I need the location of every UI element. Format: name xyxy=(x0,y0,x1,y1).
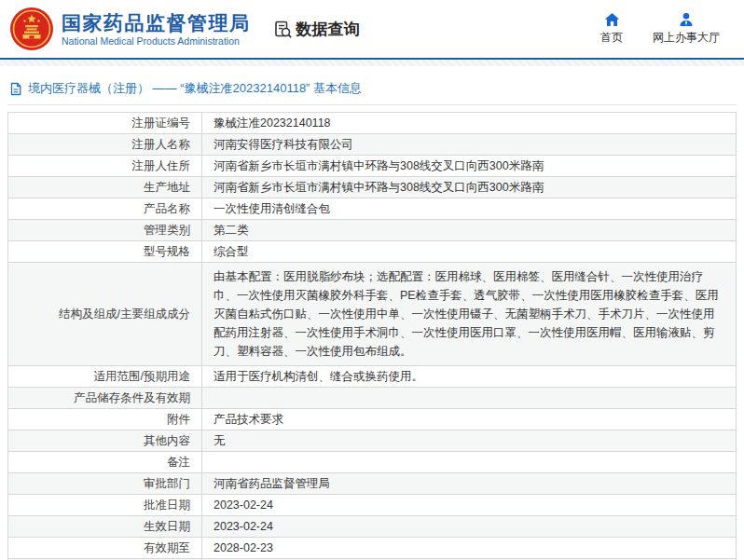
row-label: 注册人名称 xyxy=(132,137,191,152)
row-label: 审批部门 xyxy=(144,476,190,491)
row-value-cell: 无 xyxy=(202,430,736,451)
row-label-cell: 管理类别 xyxy=(8,220,202,240)
table-row: 适用范围/预期用途 适用于医疗机构清创、缝合或换药使用。 xyxy=(8,366,736,388)
row-value-cell: 由基本配置：医用脱脂纱布块；选配配置：医用棉球、医用棉签、医用缝合针、一次性使用… xyxy=(202,263,736,365)
table-row: 注册人名称 河南安得医疗科技有限公司 xyxy=(8,134,736,156)
row-value: 由基本配置：医用脱脂纱布块；选配配置：医用棉球、医用棉签、医用缝合针、一次性使用… xyxy=(214,267,724,361)
row-label-cell: 生效日期 xyxy=(8,516,202,537)
registration-info-table: 注册证编号 豫械注准20232140118 注册人名称 河南安得医疗科技有限公司 xyxy=(7,112,737,560)
row-value-cell: 第二类 xyxy=(202,220,736,240)
row-label-cell: 结构及组成/主要组成成分 xyxy=(8,263,202,365)
table-row: 批准日期 2023-02-24 xyxy=(8,495,736,516)
row-label-cell: 审批部门 xyxy=(8,473,202,494)
nav-home-label: 首页 xyxy=(600,30,623,46)
row-value-cell xyxy=(202,388,736,408)
row-value-cell: 2028-02-23 xyxy=(202,538,736,558)
nav-hall-label: 网上办事大厅 xyxy=(653,30,720,46)
row-value-cell: 豫械注准20232140118 xyxy=(202,113,736,133)
row-label-cell: 注册人住所 xyxy=(8,156,202,176)
table-row: 产品储存条件及有效期 xyxy=(8,388,736,409)
document-icon xyxy=(9,82,22,96)
user-icon xyxy=(679,12,694,27)
row-label-cell: 有效期至 xyxy=(8,538,202,558)
national-emblem-logo xyxy=(9,7,54,51)
table-row: 型号规格 综合型 xyxy=(8,241,736,263)
row-value: 无 xyxy=(214,433,226,448)
nav-online-service-hall[interactable]: 网上办事大厅 xyxy=(653,12,720,46)
table-row: 注册证编号 豫械注准20232140118 xyxy=(8,113,736,134)
data-query-tab[interactable]: 数据查询 xyxy=(273,19,360,40)
table-row: 结构及组成/主要组成成分 由基本配置：医用脱脂纱布块；选配配置：医用棉球、医用棉… xyxy=(8,263,736,366)
table-row: 附件 产品技术要求 xyxy=(8,409,736,430)
site-header: 国家药品监督管理局 National Medical Products Admi… xyxy=(0,0,744,58)
table-row: 其他内容 无 xyxy=(8,430,736,452)
row-value: 河南省新乡市长垣市满村镇中环路与308线交叉口向西300米路南 xyxy=(214,158,544,173)
row-value-cell: 河南省新乡市长垣市满村镇中环路与308线交叉口向西300米路南 xyxy=(202,156,736,176)
row-label-cell: 其他内容 xyxy=(8,430,202,451)
org-names: 国家药品监督管理局 National Medical Products Admi… xyxy=(62,12,251,47)
row-label: 注册人住所 xyxy=(132,158,191,173)
row-value-cell: 2023-02-24 xyxy=(202,516,736,537)
row-label-cell: 产品储存条件及有效期 xyxy=(8,388,202,408)
breadcrumb: 境内医疗器械（注册） —— “豫械注准20232140118” 基本信息 xyxy=(7,75,737,105)
table-row: 生产地址 河南省新乡市长垣市满村镇中环路与308线交叉口向西300米路南 xyxy=(8,177,736,198)
row-value-cell: 适用于医疗机构清创、缝合或换药使用。 xyxy=(202,366,736,387)
row-label: 管理类别 xyxy=(144,223,190,238)
row-value: 河南省新乡市长垣市满村镇中环路与308线交叉口向西300米路南 xyxy=(214,180,544,195)
row-label: 其他内容 xyxy=(144,433,190,448)
row-label: 备注 xyxy=(167,455,190,470)
row-value-cell: 河南安得医疗科技有限公司 xyxy=(202,134,736,155)
row-label-cell: 备注 xyxy=(8,452,202,472)
table-row: 产品名称 一次性使用清创缝合包 xyxy=(8,198,736,220)
row-value-cell xyxy=(202,452,736,472)
row-label: 附件 xyxy=(167,412,190,427)
row-value-cell: 河南省新乡市长垣市满村镇中环路与308线交叉口向西300米路南 xyxy=(202,177,736,198)
row-label-cell: 适用范围/预期用途 xyxy=(8,366,202,387)
row-value: 豫械注准20232140118 xyxy=(214,116,331,130)
table-row: 审批部门 河南省药品监督管理局 xyxy=(8,473,736,495)
row-label-cell: 附件 xyxy=(8,409,202,430)
row-value: 一次性使用清创缝合包 xyxy=(214,201,330,216)
row-label-cell: 生产地址 xyxy=(8,177,202,198)
breadcrumb-text: 境内医疗器械（注册） —— “豫械注准20232140118” 基本信息 xyxy=(28,80,362,97)
row-label: 产品名称 xyxy=(144,201,190,216)
row-label-cell: 批准日期 xyxy=(8,495,202,515)
row-value: 河南省药品监督管理局 xyxy=(214,476,330,491)
row-value: 2023-02-24 xyxy=(214,498,273,512)
table-row: 管理类别 第二类 xyxy=(8,220,736,241)
home-icon xyxy=(604,12,620,27)
table-row: 有效期至 2028-02-23 xyxy=(8,538,736,559)
row-value-cell: 一次性使用清创缝合包 xyxy=(202,198,736,219)
row-label-cell: 产品名称 xyxy=(8,198,202,219)
row-value-cell: 产品技术要求 xyxy=(202,409,736,430)
header-shadow-band xyxy=(0,60,744,66)
org-name-en: National Medical Products Administration xyxy=(62,35,251,47)
row-value: 河南安得医疗科技有限公司 xyxy=(214,137,353,152)
row-label-cell: 注册人名称 xyxy=(8,134,202,155)
row-label: 结构及组成/主要组成成分 xyxy=(59,307,190,321)
row-value-cell: 河南省药品监督管理局 xyxy=(202,473,736,494)
row-value: 产品技术要求 xyxy=(214,412,283,427)
row-value: 适用于医疗机构清创、缝合或换药使用。 xyxy=(214,369,423,384)
row-value: 综合型 xyxy=(214,244,249,259)
table-row: 生效日期 2023-02-24 xyxy=(8,516,736,538)
row-label-cell: 型号规格 xyxy=(8,241,202,262)
row-value: 2028-02-23 xyxy=(214,540,273,555)
row-label-cell: 注册证编号 xyxy=(8,113,202,133)
header-nav: 首页 网上办事大厅 xyxy=(600,12,731,46)
row-value-cell: 综合型 xyxy=(202,241,736,262)
table-row: 注册人住所 河南省新乡市长垣市满村镇中环路与308线交叉口向西300米路南 xyxy=(8,156,736,177)
row-label: 型号规格 xyxy=(144,244,190,259)
row-label: 产品储存条件及有效期 xyxy=(74,390,190,405)
row-label: 注册证编号 xyxy=(132,116,191,130)
org-name-cn: 国家药品监督管理局 xyxy=(62,12,251,34)
table-row: 备注 xyxy=(8,452,736,473)
row-label: 批准日期 xyxy=(144,498,190,512)
row-label: 适用范围/预期用途 xyxy=(94,369,190,384)
row-value: 第二类 xyxy=(214,223,249,238)
data-query-label: 数据查询 xyxy=(296,19,360,40)
nav-home[interactable]: 首页 xyxy=(600,12,623,46)
row-label: 有效期至 xyxy=(144,540,190,555)
row-label: 生产地址 xyxy=(144,180,190,195)
row-label: 生效日期 xyxy=(144,519,190,534)
